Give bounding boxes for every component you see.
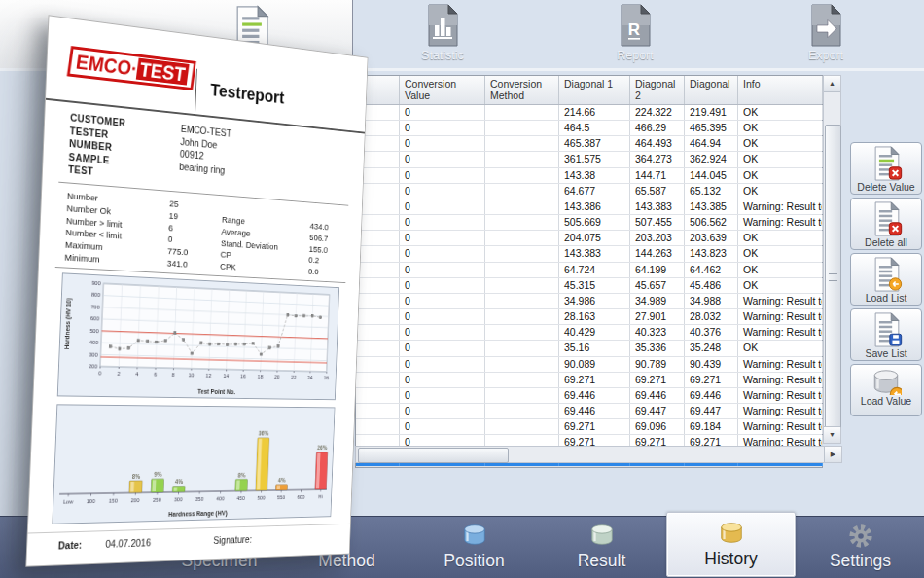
sidebar-button-label: Save List (851, 347, 921, 359)
table-cell: Warning: Result too L (738, 215, 823, 230)
table-row[interactable]: 0361.575364.273362.924OK (356, 152, 822, 167)
table-cell: 69.447 (685, 404, 738, 418)
table-row[interactable]: 0214.66224.322219.491OK (356, 105, 822, 121)
table-row[interactable]: 034.98634.98934.988Warning: Result too H (356, 294, 822, 309)
table-cell: 64.199 (630, 263, 685, 277)
table-cell: 69.271 (630, 373, 685, 387)
table-row[interactable]: 069.27169.27169.271Warning: Result too H (356, 373, 822, 388)
table-cell: 64.677 (559, 184, 630, 199)
svg-text:20: 20 (274, 374, 280, 379)
svg-text:250: 250 (153, 497, 162, 503)
column-header[interactable]: Info (738, 76, 823, 104)
table-row[interactable]: 0505.669507.455506.562Warning: Result to… (356, 215, 822, 231)
table-cell (356, 309, 400, 324)
vertical-scrollbar[interactable]: ▲ ▼ (823, 75, 841, 444)
table-row[interactable]: 0464.5466.29465.395OK (356, 121, 822, 136)
table-cell: 45.657 (630, 278, 685, 293)
table-header: nConversion ValueConversion MethodDiagon… (356, 76, 822, 105)
nav-item-settings[interactable]: Settings (797, 517, 924, 578)
table-row[interactable]: 0143.386143.383143.385Warning: Result to… (356, 199, 822, 215)
table-cell: 64.462 (685, 263, 738, 277)
table-cell (356, 404, 400, 418)
delete-all-button[interactable]: Delete all (850, 198, 922, 250)
histogram-chart: Low100150200250300350400450500550600Hi8%… (53, 405, 334, 523)
table-cell: 0 (400, 168, 485, 183)
save-list-button[interactable]: Save List (850, 308, 922, 361)
column-header[interactable]: Conversion Method (485, 76, 559, 104)
emco-test-logo: EMCO·TEST (67, 46, 196, 90)
table-cell: 144.71 (630, 168, 685, 183)
column-header[interactable]: Diagonal 1 (559, 76, 630, 104)
svg-text:150: 150 (109, 497, 119, 503)
table-row[interactable]: 069.27169.09669.184Warning: Result too H (356, 419, 822, 435)
table-row[interactable]: 090.08990.78990.439Warning: Result too H (356, 357, 822, 373)
toolbar-button-statistic[interactable]: Statistic (399, 3, 486, 62)
table-cell: 214.66 (559, 105, 630, 120)
table-cell: 34.986 (559, 294, 630, 308)
results-table: nConversion ValueConversion MethodDiagon… (355, 75, 823, 468)
nav-item-history[interactable]: History (666, 512, 796, 577)
svg-text:Hi: Hi (318, 494, 323, 500)
table-row[interactable]: 064.72464.19964.462OK (356, 263, 822, 278)
table-cell (485, 105, 559, 120)
table-cell: 364.273 (630, 152, 685, 166)
load-value-button[interactable]: Load Value (850, 364, 922, 416)
table-cell (485, 388, 559, 403)
table-cell (485, 325, 559, 340)
svg-text:22: 22 (291, 375, 297, 380)
vertical-scroll-thumb[interactable] (825, 125, 841, 428)
table-row[interactable]: 069.44669.44769.447Warning: Result too H (356, 404, 822, 419)
load-list-button[interactable]: Load List (850, 253, 922, 306)
table-row[interactable]: 0465.387464.493464.94OK (356, 136, 822, 152)
svg-text:26%: 26% (317, 445, 328, 452)
table-cell (485, 294, 559, 308)
scroll-down-icon[interactable]: ▼ (824, 426, 840, 443)
table-row[interactable]: 0143.383144.263143.823OK (356, 246, 822, 262)
nav-item-result[interactable]: Result (538, 517, 665, 578)
table-row[interactable]: 0204.075203.203203.639OK (356, 231, 822, 246)
scroll-up-icon[interactable]: ▲ (824, 76, 840, 92)
table-cell: 0 (400, 246, 485, 261)
svg-text:800: 800 (91, 292, 101, 299)
histogram-panel: Low100150200250300350400450500550600Hi8%… (52, 404, 335, 524)
table-cell: 45.315 (559, 278, 630, 293)
table-cell: 143.383 (559, 246, 630, 261)
table-row[interactable]: 028.16327.90128.032Warning: Result too H (356, 309, 822, 325)
nav-item-position[interactable]: Position (410, 517, 538, 578)
table-cell: 0 (400, 278, 485, 293)
scroll-right-icon[interactable]: ▶ (824, 447, 841, 462)
horizontal-scrollbar[interactable]: ▶ (355, 446, 842, 463)
toolbar-button-report[interactable]: RReport (591, 3, 679, 62)
table-cell: 69.271 (685, 373, 738, 387)
svg-text:4%: 4% (175, 478, 184, 485)
table-row[interactable]: 069.44669.44669.446Warning: Result too H (356, 388, 822, 404)
column-header[interactable]: Diagonal (685, 76, 738, 104)
svg-text:18: 18 (258, 374, 264, 379)
table-cell (356, 294, 400, 308)
svg-text:Test Point No.: Test Point No. (197, 388, 235, 395)
table-cell: 0 (400, 388, 485, 403)
table-row[interactable]: 045.31545.65745.486OK (356, 278, 822, 294)
table-row[interactable]: 040.42940.32340.376Warning: Result too L (356, 325, 822, 341)
table-row[interactable]: 064.67765.58765.132OK (356, 184, 822, 199)
table-row[interactable]: 035.1635.33635.248OK (356, 341, 822, 356)
table-cell: 144.263 (630, 246, 685, 261)
table-cell (356, 278, 400, 293)
table-row[interactable]: 0143.38144.71144.045OK (356, 168, 822, 184)
horizontal-scroll-thumb[interactable] (358, 448, 509, 463)
toolbar-button-export[interactable]: Export (782, 3, 870, 62)
cylinder-gold-icon (718, 521, 745, 546)
cylinder-blue-icon (461, 523, 488, 548)
table-cell: 69.271 (559, 373, 630, 387)
column-header[interactable]: Conversion Value (400, 76, 485, 104)
svg-text:16: 16 (240, 374, 246, 379)
table-cell (356, 419, 400, 434)
table-cell: 69.447 (630, 404, 685, 418)
table-cell: 0 (400, 419, 485, 434)
column-header[interactable]: Diagonal 2 (630, 76, 685, 104)
table-cell (485, 199, 559, 214)
delete-value-button[interactable]: Delete Value (850, 142, 922, 195)
svg-text:700: 700 (90, 304, 100, 309)
table-cell: 69.271 (559, 419, 630, 434)
signature-label: Signature: (213, 533, 252, 546)
